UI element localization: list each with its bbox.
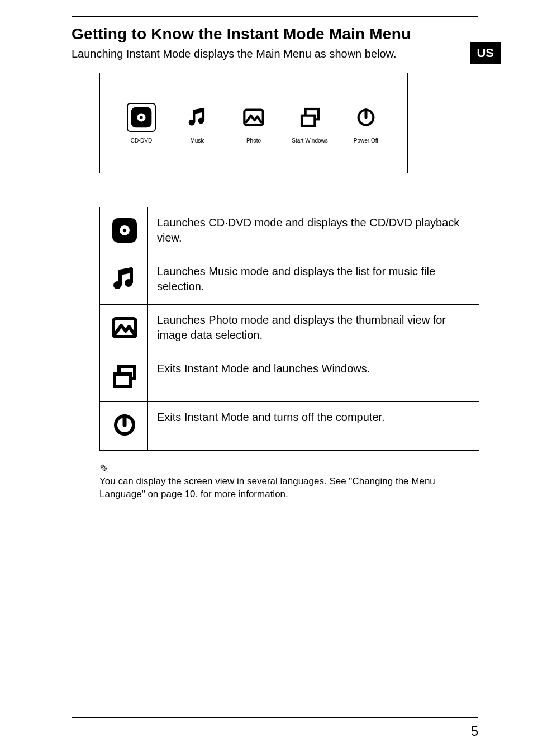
- table-row: Launches CD·DVD mode and displays the CD…: [100, 207, 479, 256]
- menu-label-photo: Photo: [246, 138, 261, 144]
- region-tab: US: [470, 42, 501, 64]
- photo-icon: [110, 313, 140, 343]
- top-rule: [72, 16, 478, 17]
- music-icon: [110, 264, 140, 294]
- footer-rule: [72, 717, 478, 718]
- note: ✎ You can display the screen view in sev…: [99, 463, 478, 501]
- row-text-music: Launches Music mode and displays the lis…: [148, 256, 479, 305]
- page-subheading: Launching Instant Mode displays the Main…: [72, 48, 478, 60]
- page-number: 5: [471, 724, 478, 739]
- svg-point-14: [125, 279, 132, 287]
- svg-point-12: [122, 229, 126, 232]
- menu-label-power-off: Power Off: [354, 138, 378, 144]
- power-icon: [351, 103, 380, 132]
- svg-point-4: [198, 117, 204, 124]
- description-table: Launches CD·DVD mode and displays the CD…: [99, 207, 479, 451]
- menu-item-photo[interactable]: Photo: [228, 103, 279, 144]
- page: US Getting to Know the Instant Mode Main…: [0, 0, 533, 756]
- note-icon: ✎: [99, 463, 478, 474]
- table-row: Exits Instant Mode and turns off the com…: [100, 402, 479, 451]
- main-menu-box: CD·DVD Music: [99, 73, 408, 173]
- row-icon-photo: [100, 305, 148, 353]
- photo-icon: [239, 103, 268, 132]
- svg-point-3: [188, 119, 194, 125]
- disc-icon: [127, 103, 156, 132]
- menu-item-start-windows[interactable]: Start Windows: [284, 103, 336, 144]
- row-text-windows: Exits Instant Mode and launches Windows.: [148, 353, 479, 402]
- svg-point-2: [140, 116, 142, 119]
- menu-label-music: Music: [190, 138, 204, 144]
- music-icon: [183, 103, 212, 132]
- menu-label-start-windows: Start Windows: [292, 138, 327, 144]
- disc-icon: [110, 215, 140, 245]
- page-heading: Getting to Know the Instant Mode Main Me…: [72, 25, 478, 43]
- menu-label-cd-dvd: CD·DVD: [131, 138, 152, 144]
- windows-icon: [296, 103, 325, 132]
- row-icon-windows: [100, 353, 148, 402]
- main-menu-row: CD·DVD Music: [116, 103, 392, 144]
- row-text-power: Exits Instant Mode and turns off the com…: [148, 402, 479, 451]
- note-text: You can display the screen view in sever…: [99, 475, 478, 501]
- svg-rect-17: [115, 374, 130, 386]
- menu-item-music[interactable]: Music: [172, 103, 223, 144]
- svg-rect-7: [302, 115, 315, 125]
- row-text-disc: Launches CD·DVD mode and displays the CD…: [148, 207, 479, 256]
- row-icon-music: [100, 256, 148, 305]
- table-row: Launches Photo mode and displays the thu…: [100, 305, 479, 353]
- power-icon: [110, 410, 140, 440]
- row-icon-power: [100, 402, 148, 451]
- menu-item-cd-dvd[interactable]: CD·DVD: [116, 103, 167, 144]
- row-icon-disc: [100, 207, 148, 256]
- svg-point-13: [113, 281, 121, 289]
- table-row: Exits Instant Mode and launches Windows.: [100, 353, 479, 402]
- table-row: Launches Music mode and displays the lis…: [100, 256, 479, 305]
- row-text-photo: Launches Photo mode and displays the thu…: [148, 305, 479, 353]
- menu-item-power-off[interactable]: Power Off: [340, 103, 392, 144]
- windows-icon: [110, 361, 140, 391]
